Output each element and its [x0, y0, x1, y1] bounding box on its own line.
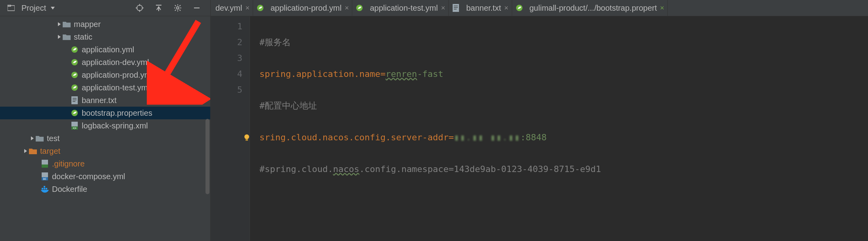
- tree-item-label: .gitignore: [52, 159, 84, 168]
- tree-item-label: target: [40, 147, 60, 156]
- gitignore-icon: [41, 160, 49, 168]
- tree-item-dockerfile[interactable]: Dockerfile: [0, 183, 210, 195]
- tree-item-label: test: [47, 134, 60, 143]
- line-number: 4: [211, 66, 242, 82]
- tree-item-bootstrap-properties[interactable]: bootstrap.properties: [0, 107, 210, 119]
- tab-label: application-test.yml: [370, 4, 438, 13]
- editor-tabs: dev.yml×application-prod.yml×application…: [211, 0, 868, 16]
- text-file-icon: [71, 96, 79, 104]
- svg-point-9: [177, 7, 179, 9]
- tree-item-label: bootstrap.properties: [82, 109, 152, 118]
- svg-line-14: [175, 5, 176, 6]
- svg-rect-38: [46, 188, 47, 189]
- text-file-icon: [452, 4, 460, 12]
- svg-rect-18: [194, 8, 200, 8]
- project-tree[interactable]: mapperstaticapplication.ymlapplication-d…: [0, 16, 210, 241]
- editor-tab[interactable]: application-prod.yml×: [253, 0, 353, 16]
- tree-item-label: application.yml: [82, 45, 134, 54]
- settings-icon[interactable]: [174, 4, 182, 12]
- folder-icon: [63, 20, 71, 28]
- close-tab-icon[interactable]: ×: [441, 4, 446, 12]
- folder-icon: [29, 147, 37, 155]
- svg-point-48: [244, 134, 249, 139]
- expand-arrow-icon[interactable]: [22, 149, 29, 153]
- editor-area: dev.yml×application-prod.yml×application…: [211, 0, 868, 241]
- folder-icon: [63, 33, 71, 41]
- spring-icon: [71, 71, 79, 79]
- tree-item-label: logback-spring.xml: [82, 121, 148, 130]
- close-tab-icon[interactable]: ×: [660, 4, 664, 12]
- tree-item-application-yml[interactable]: application.yml: [0, 43, 210, 56]
- tree-item-application-test-yml[interactable]: application-test.yml: [0, 81, 210, 94]
- dropdown-icon: [49, 6, 56, 10]
- tree-item-label: mapper: [74, 20, 101, 29]
- svg-text:<>: <>: [73, 126, 77, 130]
- tree-item-logback-spring-xml[interactable]: <>logback-spring.xml: [0, 119, 210, 132]
- tree-item-mapper[interactable]: mapper: [0, 18, 210, 31]
- line-number: 3: [211, 50, 242, 66]
- tree-item-application-dev-yml[interactable]: application-dev.yml: [0, 56, 210, 69]
- tree-item-docker-compose-yml[interactable]: DCdocker-compose.yml: [0, 170, 210, 183]
- svg-rect-37: [44, 188, 45, 189]
- tree-item-target[interactable]: target: [0, 145, 210, 157]
- tree-item-static[interactable]: static: [0, 31, 210, 43]
- spring-icon: [515, 4, 523, 12]
- xml-file-icon: <>: [71, 122, 79, 130]
- code-line: spring.application.name=renren-fast: [259, 66, 601, 82]
- intention-bulb-icon[interactable]: [243, 134, 251, 142]
- tab-label: gulimall-product/.../bootstrap.propert: [530, 4, 657, 13]
- svg-rect-43: [453, 4, 459, 12]
- code[interactable]: #服务名 spring.application.name=renren-fast…: [253, 16, 601, 241]
- tree-item--gitignore[interactable]: .gitignore: [0, 157, 210, 170]
- expand-arrow-icon[interactable]: [56, 22, 63, 26]
- svg-line-15: [180, 10, 181, 11]
- docker-compose-icon: DC: [41, 172, 49, 180]
- editor-tab[interactable]: gulimall-product/.../bootstrap.propert×: [512, 0, 668, 16]
- code-line: #spring.cloud.nacos.config.namespace=143…: [259, 161, 601, 177]
- svg-rect-36: [42, 188, 43, 189]
- tree-item-label: application-test.yml: [82, 83, 150, 92]
- svg-line-17: [175, 10, 176, 11]
- minimize-icon[interactable]: [193, 4, 201, 12]
- editor-tab[interactable]: dev.yml×: [212, 0, 253, 16]
- tree-item-label: application-prod.yml: [82, 71, 153, 80]
- collapse-all-icon[interactable]: [155, 4, 163, 12]
- sidebar-toolbar: [136, 4, 204, 12]
- svg-rect-23: [71, 96, 78, 104]
- expand-arrow-icon[interactable]: [29, 136, 36, 140]
- tree-item-application-prod-yml[interactable]: application-prod.yml: [0, 69, 210, 81]
- spring-icon: [71, 109, 79, 117]
- sidebar-header-left[interactable]: Project: [7, 4, 56, 13]
- line-number: 5: [211, 82, 242, 98]
- editor-tab[interactable]: banner.txt×: [449, 0, 512, 16]
- locate-icon[interactable]: [136, 4, 144, 12]
- project-icon: [7, 4, 15, 12]
- spring-icon: [355, 4, 363, 12]
- sidebar-title: Project: [21, 4, 46, 13]
- spring-icon: [71, 84, 79, 92]
- tree-item-label: docker-compose.yml: [52, 172, 125, 181]
- spring-icon: [71, 46, 79, 54]
- close-tab-icon[interactable]: ×: [504, 4, 509, 12]
- tree-item-label: banner.txt: [82, 96, 117, 105]
- editor[interactable]: 12345 #服务名 spring.application.name=renre…: [211, 16, 868, 241]
- tree-item-test[interactable]: test: [0, 132, 210, 145]
- spring-icon: [256, 4, 264, 12]
- gutter: 12345: [211, 16, 250, 241]
- code-line: sring.cloud.nacos.config.server-addr=▮▮.…: [259, 130, 601, 145]
- close-tab-icon[interactable]: ×: [245, 4, 250, 12]
- line-number: 1: [211, 19, 242, 34]
- sidebar-scrollbar[interactable]: [205, 119, 209, 194]
- line-number: 2: [211, 34, 242, 50]
- folder-icon: [36, 134, 44, 142]
- tree-item-label: static: [74, 33, 92, 42]
- svg-text:DC: DC: [43, 178, 46, 180]
- editor-tab[interactable]: application-test.yml×: [352, 0, 449, 16]
- svg-line-16: [180, 5, 181, 6]
- close-tab-icon[interactable]: ×: [345, 4, 349, 12]
- tree-item-label: application-dev.yml: [82, 58, 149, 67]
- tree-item-label: Dockerfile: [52, 185, 87, 194]
- expand-arrow-icon[interactable]: [56, 35, 63, 39]
- spring-icon: [71, 58, 79, 66]
- tree-item-banner-txt[interactable]: banner.txt: [0, 94, 210, 107]
